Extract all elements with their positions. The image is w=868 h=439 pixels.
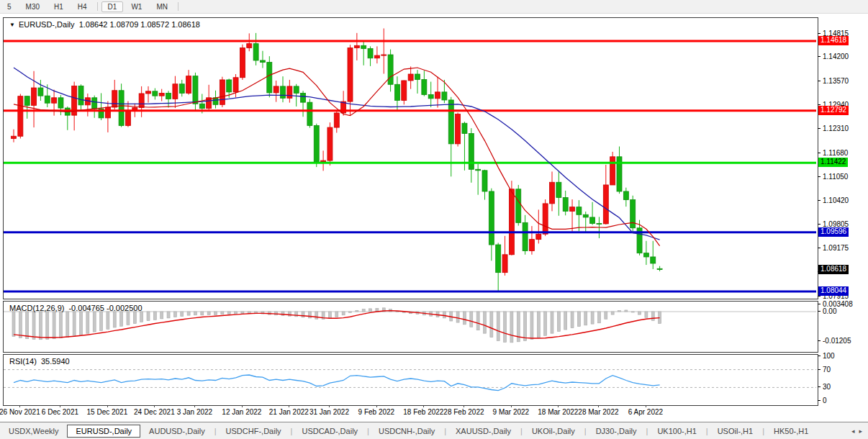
date-label: 9 Mar 2022 xyxy=(493,408,530,416)
price-level-badge: 1.09596 xyxy=(818,227,849,237)
price-tick-label-tick xyxy=(818,56,820,57)
tab-xauusd-[interactable]: XAUUSD-,Daily xyxy=(447,425,520,438)
price-tick-label: 1.10420 xyxy=(823,196,849,204)
price-tick-label: 1.11050 xyxy=(823,173,848,181)
macd-label: MACD(12,26,9) xyxy=(9,304,64,312)
trading-terminal-window: 5M30H1H4D1W1MN ▼EURUSD-,Daily 1.08642 1.… xyxy=(0,0,868,439)
rsi-axis-label: 30 xyxy=(823,383,831,391)
date-label: 3 Jan 2022 xyxy=(177,408,213,416)
rsi-indicator-panel[interactable]: RSI(14)35.5940 xyxy=(3,354,818,406)
tab-audusd-[interactable]: AUDUSD-,Daily xyxy=(140,425,214,438)
tab-scroll-left-icon[interactable]: ◂ xyxy=(851,427,855,435)
date-label: 6 Apr 2022 xyxy=(628,408,663,416)
rsi-axis-label: 70 xyxy=(823,366,831,374)
date-tick xyxy=(242,405,243,407)
tab-eurusd-[interactable]: EURUSD-,Daily xyxy=(67,425,140,438)
date-tick xyxy=(376,405,377,407)
timeframe-toolbar: 5M30H1H4D1W1MN xyxy=(0,0,868,14)
toolbar-separator xyxy=(178,2,178,11)
symbol-tab-bar: USDX,WeeklyEURUSD-,DailyAUDUSD-,Daily|US… xyxy=(0,422,868,439)
macd-axis-label: -0.01205 xyxy=(823,337,851,345)
tab-dj30-[interactable]: DJ30-,Daily xyxy=(587,425,646,438)
timeframe-button-5[interactable]: 5 xyxy=(1,1,18,12)
timeframe-button-m30[interactable]: M30 xyxy=(19,1,46,12)
price-level-badge: 1.08618 xyxy=(818,265,849,274)
price-tick-label-tick xyxy=(818,248,820,248)
ohlc-low: 1.08572 xyxy=(140,20,169,29)
rsi-value: 35.5940 xyxy=(41,357,70,366)
date-axis: 26 Nov 20216 Dec 202115 Dec 202124 Dec 2… xyxy=(3,405,818,421)
date-tick xyxy=(60,405,60,407)
tab-usdx[interactable]: USDX,Weekly xyxy=(0,425,67,438)
price-chart-canvas[interactable] xyxy=(4,18,816,297)
macd-axis-label-tick xyxy=(818,311,820,312)
rsi-axis-label-tick xyxy=(818,356,820,356)
date-tick xyxy=(329,405,330,407)
timeframe-button-w1[interactable]: W1 xyxy=(125,1,148,12)
date-label: 18 Mar 2022 xyxy=(538,408,578,416)
tab-usoil-[interactable]: USOil-,H1 xyxy=(709,425,762,438)
timeframe-button-d1[interactable]: D1 xyxy=(101,1,124,12)
chart-title: ▼EURUSD-,Daily 1.08642 1.08709 1.08572 1… xyxy=(9,20,200,29)
price-tick-label-tick xyxy=(818,176,820,177)
ohlc-high: 1.08709 xyxy=(110,20,139,29)
macd-axis-label-tick xyxy=(818,340,820,341)
timeframe-button-h1[interactable]: H1 xyxy=(48,1,70,12)
rsi-axis-label-tick xyxy=(818,400,820,401)
date-label: 21 Jan 2022 xyxy=(269,408,309,416)
rsi-axis-label-tick xyxy=(818,386,820,387)
macd-axis-label: 0.00 xyxy=(823,307,836,315)
tab-scroll-nav: ◂ ▸ xyxy=(851,427,868,435)
date-tick xyxy=(423,405,424,407)
date-tick xyxy=(464,405,464,407)
price-tick-label-tick xyxy=(818,128,820,129)
tab-hk50-[interactable]: HK50-,H1 xyxy=(765,425,817,438)
tab-scroll-right-icon[interactable]: ▸ xyxy=(859,427,862,435)
date-tick xyxy=(154,405,155,407)
price-level-badge: 1.08044 xyxy=(818,286,849,296)
macd-indicator-panel[interactable]: MACD(12,26,9)-0.004765 -0.002500 xyxy=(3,301,818,353)
date-tick xyxy=(194,405,195,407)
rsi-canvas[interactable] xyxy=(4,355,816,404)
rsi-axis-label: 100 xyxy=(823,352,835,360)
tab-usdchf-[interactable]: USDCHF-,Daily xyxy=(217,425,290,438)
date-label: 28 Feb 2022 xyxy=(443,408,484,416)
chart-symbol-label: EURUSD-,Daily xyxy=(19,20,75,29)
price-tick-label-tick xyxy=(818,81,820,81)
price-axis: 1.148151.142001.135701.129401.123101.116… xyxy=(818,17,868,404)
price-tick-label-tick xyxy=(818,200,820,201)
date-tick xyxy=(107,405,108,407)
date-label: 9 Feb 2022 xyxy=(358,408,395,416)
date-tick xyxy=(19,405,20,407)
tab-usdcad-[interactable]: USDCAD-,Daily xyxy=(293,425,366,438)
tab-usdcnh-[interactable]: USDCNH-,Daily xyxy=(370,425,443,438)
price-tick-label: 1.11680 xyxy=(823,149,848,157)
date-label: 12 Jan 2022 xyxy=(222,408,261,416)
date-tick xyxy=(511,405,512,407)
price-tick-label: 1.09175 xyxy=(823,244,849,252)
date-label: 6 Dec 2021 xyxy=(42,408,78,416)
price-chart-panel[interactable]: ▼EURUSD-,Daily 1.08642 1.08709 1.08572 1… xyxy=(3,17,818,299)
date-label: 15 Dec 2021 xyxy=(87,408,128,416)
date-label: 28 Mar 2022 xyxy=(578,408,618,416)
price-tick-label: 1.14200 xyxy=(823,53,849,60)
macd-axis-label-tick xyxy=(818,304,820,304)
price-tick-label-tick xyxy=(818,33,820,34)
date-tick xyxy=(289,405,289,407)
price-level-badge: 1.14618 xyxy=(818,36,849,45)
rsi-title: RSI(14)35.5940 xyxy=(9,357,70,366)
tab-uk100-[interactable]: UK100-,H1 xyxy=(648,425,705,438)
date-tick xyxy=(598,405,599,407)
date-label: 31 Jan 2022 xyxy=(309,408,349,416)
chart-collapse-icon[interactable]: ▼ xyxy=(9,22,15,28)
timeframe-button-mn[interactable]: MN xyxy=(150,1,174,12)
ohlc-open: 1.08642 xyxy=(79,20,108,29)
date-tick xyxy=(646,405,646,407)
toolbar-separator xyxy=(97,2,98,11)
timeframe-button-h4[interactable]: H4 xyxy=(71,1,94,12)
date-label: 24 Dec 2021 xyxy=(134,408,175,416)
date-tick xyxy=(558,405,559,407)
tab-ukoil-[interactable]: UKOil-,Daily xyxy=(523,425,584,438)
macd-title: MACD(12,26,9)-0.004765 -0.002500 xyxy=(9,304,143,312)
price-tick-label-tick xyxy=(818,153,820,153)
